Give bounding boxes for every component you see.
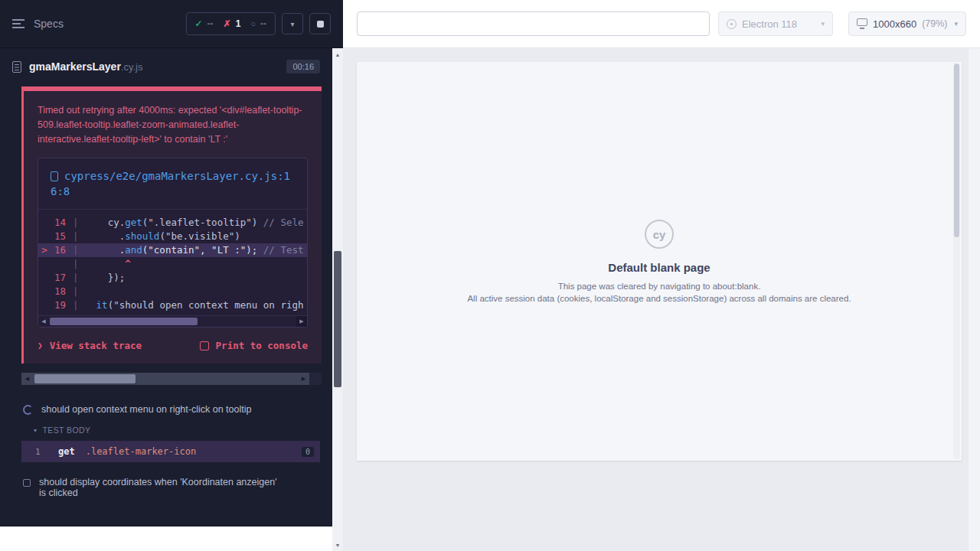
test-title: should open context menu on right-click … (41, 404, 251, 415)
test-stats: ✓ -- ✗ 1 ○ -- (186, 12, 276, 35)
browser-selector[interactable]: Electron 118 ▾ (718, 11, 833, 36)
aut-vscrollbar[interactable] (953, 64, 960, 459)
code-line: 14| cy.get(".leaflet-tooltip") // Sele (38, 216, 307, 230)
specs-menu-icon[interactable] (12, 19, 24, 28)
code-frame-file-link[interactable]: cypress/e2e/gmaMarkersLayer.cy.js:16:8 (38, 158, 307, 210)
test-list: should open context menu on right-click … (0, 385, 332, 502)
pending-test-icon (23, 479, 31, 487)
test-title: should display coordinates when 'Koordin… (39, 477, 286, 498)
failed-count: 1 (236, 18, 241, 29)
command-count-badge: 0 (302, 447, 314, 457)
check-icon: ✓ (195, 18, 203, 29)
test-item-pending[interactable]: should display coordinates when 'Koordin… (0, 473, 332, 502)
spec-extension: .cy.js (121, 61, 143, 73)
view-stack-trace-button[interactable]: ❯ View stack trace (38, 340, 142, 351)
error-message: Timed out retrying after 4000ms: expecte… (24, 91, 322, 153)
test-error-attempt: Timed out retrying after 4000ms: expecte… (21, 86, 322, 364)
chevron-down-icon: ▾ (954, 20, 958, 28)
spec-title-row[interactable]: gmaMarkersLayer.cy.js 00:16 (0, 48, 332, 85)
command-message: .leaflet-marker-icon (86, 446, 302, 457)
passed-count: -- (207, 18, 214, 29)
scroll-down-icon[interactable]: ▼ (332, 540, 343, 550)
aut-scrollbar-thumb[interactable] (954, 64, 959, 237)
stat-pending: ○ -- (250, 18, 266, 29)
code-scrollbar-thumb[interactable] (50, 318, 198, 325)
blank-page-message-2: All active session data (cookies, localS… (467, 294, 851, 303)
viewport-scale: (79%) (922, 18, 947, 29)
print-to-console-button[interactable]: Print to console (200, 340, 308, 351)
code-lines: 14| cy.get(".leaflet-tooltip") // Sele 1… (38, 210, 307, 315)
file-icon (51, 171, 58, 181)
browser-label: Electron 118 (742, 18, 797, 30)
code-frame: cypress/e2e/gmaMarkersLayer.cy.js:16:8 1… (38, 158, 308, 328)
runner-topbar: Electron 118 ▾ 1000x660 (79%) ▾ (343, 0, 980, 48)
code-line: 15| .should("be.visible") (38, 230, 307, 243)
reporter-panel: gmaMarkersLayer.cy.js 00:16 Timed out re… (0, 48, 332, 527)
blank-page-title: Default blank page (608, 261, 710, 274)
reporter-header: Specs ✓ -- ✗ 1 ○ -- ▾ (0, 0, 343, 48)
code-line: 19| it("should open context menu on righ (38, 298, 307, 312)
scroll-right-icon[interactable]: ▶ (296, 316, 307, 327)
test-item-running[interactable]: should open context menu on right-click … (0, 400, 332, 419)
error-panel: Timed out retrying after 4000ms: expecte… (24, 86, 322, 364)
scroll-up-icon[interactable]: ▲ (332, 49, 343, 60)
code-frame-hscrollbar[interactable]: ◀ ▶ (38, 315, 307, 327)
code-line: 17| }); (38, 271, 307, 285)
window-vscrollbar[interactable] (968, 48, 980, 551)
print-console-icon (200, 341, 209, 350)
chevron-right-icon: ❯ (38, 341, 43, 350)
stop-button[interactable] (309, 13, 331, 34)
collapse-button[interactable]: ▾ (282, 13, 303, 34)
pending-count: -- (260, 18, 266, 29)
pending-circle-icon: ○ (250, 19, 256, 28)
scroll-left-icon[interactable]: ◀ (38, 316, 49, 327)
code-line: 18| (38, 285, 307, 298)
test-body-label: TEST BODY (42, 425, 90, 435)
test-body-section[interactable]: ▾ TEST BODY (0, 419, 332, 439)
viewport-dimensions: 1000x660 (873, 18, 916, 30)
reporter-scrollbar-thumb[interactable] (334, 251, 341, 387)
scrollbar-corner (309, 373, 322, 385)
viewport-selector[interactable]: 1000x660 (79%) ▾ (848, 11, 966, 36)
cypress-logo: cy (645, 220, 674, 249)
code-line: | ^ (38, 257, 307, 271)
error-hscrollbar[interactable]: ◀ ▶ (21, 373, 322, 385)
stop-icon (317, 21, 324, 28)
specs-title: Specs (34, 18, 64, 30)
spec-file-icon (12, 61, 21, 73)
cypress-test-runner: Specs ✓ -- ✗ 1 ○ -- ▾ gmaMark (0, 0, 980, 551)
aut-background: cy Default blank page This page was clea… (343, 48, 968, 551)
code-line: >16| .and("contain", "LT :"); // Test (38, 243, 307, 257)
command-row[interactable]: 1 get .leaflet-marker-icon 0 (21, 441, 320, 462)
aut-iframe: cy Default blank page This page was clea… (357, 62, 962, 461)
error-actions: ❯ View stack trace Print to console (24, 328, 322, 364)
scroll-right-icon[interactable]: ▶ (298, 373, 309, 385)
chevron-down-icon: ▾ (34, 427, 37, 434)
spec-name: gmaMarkersLayer.cy.js (29, 60, 143, 73)
spec-duration-badge: 00:16 (286, 60, 320, 73)
command-number: 1 (35, 447, 52, 457)
cross-icon: ✗ (224, 18, 231, 29)
stat-passed: ✓ -- (195, 18, 214, 29)
command-method: get (58, 446, 75, 457)
monitor-icon (857, 18, 867, 26)
chevron-down-icon: ▾ (290, 20, 294, 28)
chevron-down-icon: ▾ (821, 20, 825, 28)
url-input[interactable] (357, 11, 710, 36)
error-scrollbar-thumb[interactable] (34, 374, 136, 383)
reporter-vscrollbar[interactable]: ▲ ▼ (332, 48, 343, 551)
running-spinner-icon (23, 405, 33, 415)
scroll-left-icon[interactable]: ◀ (21, 373, 33, 385)
electron-browser-icon (727, 19, 737, 29)
blank-page-message-1: This page was cleared by navigating to a… (558, 282, 761, 291)
stat-failed: ✗ 1 (224, 18, 241, 29)
